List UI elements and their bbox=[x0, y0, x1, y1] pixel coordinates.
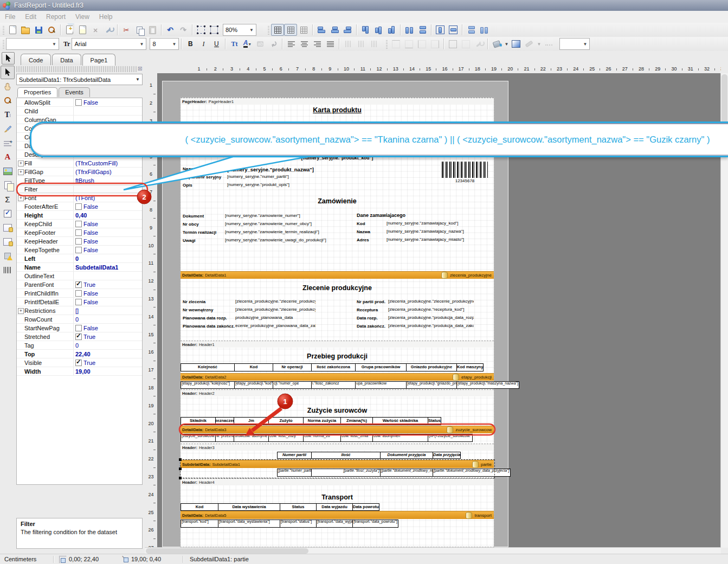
italic-button[interactable]: I bbox=[197, 38, 210, 50]
data-cell[interactable]: [partie."numer_partii"] bbox=[277, 469, 312, 477]
new-report-button[interactable] bbox=[6, 24, 19, 36]
space-horizontally-button[interactable] bbox=[403, 24, 416, 36]
data-cell[interactable]: [etapy_produkcji."kolejnosc"] bbox=[181, 381, 235, 389]
property-row[interactable]: PrintIfDetailE False bbox=[17, 298, 142, 306]
zoom-combo[interactable]: 80%▼ bbox=[223, 24, 256, 36]
data-cell[interactable]: [partie."dokument_zrodlowy_numer"] bbox=[380, 469, 433, 477]
font-combo[interactable]: Arial▼ bbox=[72, 38, 146, 50]
production-order-title[interactable]: Zlecenie produkcyjne bbox=[181, 284, 494, 292]
column-header[interactable]: Nr operacji bbox=[273, 363, 312, 371]
font-settings-button[interactable]: Tt bbox=[228, 38, 241, 50]
column-header[interactable]: Status bbox=[428, 417, 441, 425]
order-rows[interactable]: Dokument [numery_seryjne."zamowienie_num… bbox=[183, 214, 340, 246]
checkbox-object-tool[interactable] bbox=[1, 207, 14, 220]
page-settings-button[interactable] bbox=[76, 24, 89, 36]
property-checkbox[interactable] bbox=[75, 203, 82, 210]
column-header[interactable]: Kod maszyny bbox=[456, 363, 484, 371]
property-row[interactable]: Left 0 bbox=[17, 254, 142, 263]
save-report-button[interactable] bbox=[32, 24, 45, 36]
barcode-object-tool[interactable] bbox=[1, 263, 14, 277]
data-cell[interactable]: [transport."kod"] bbox=[181, 520, 218, 528]
data-cell[interactable]: [zuzycie_surowcow."asortyment_nazwa"] bbox=[181, 434, 216, 442]
band-detaildata5[interactable]: DetailData: DetailData5 transport bbox=[181, 511, 494, 519]
property-row[interactable]: Font (TFont) bbox=[17, 194, 142, 202]
field-row[interactable]: Nr partii prod. [zlecenia_produkcyjne."z… bbox=[357, 299, 495, 307]
field-row[interactable]: Dokument [numery_seryjne."zamowienie_num… bbox=[183, 214, 340, 222]
menu-item[interactable]: File bbox=[0, 13, 20, 21]
text-tool[interactable]: Tǀ bbox=[1, 108, 14, 121]
open-report-button[interactable] bbox=[19, 24, 32, 36]
property-checkbox[interactable] bbox=[75, 99, 82, 106]
align-lefts-button[interactable] bbox=[315, 24, 328, 36]
column-header[interactable]: Kolejność bbox=[181, 363, 235, 371]
data-cell[interactable]: cow."asortymen bbox=[372, 434, 428, 442]
data-cell[interactable]: cow."ilosc_zmia bbox=[340, 434, 373, 442]
toolbar-grip[interactable] bbox=[386, 39, 388, 49]
frame-all-button[interactable] bbox=[446, 38, 459, 50]
property-row[interactable]: Visible True bbox=[17, 358, 142, 367]
field-row[interactable]: Receptura [zlecenia_produkcyjne."receptu… bbox=[357, 307, 495, 316]
order-section-title[interactable]: Zamówienie bbox=[181, 197, 494, 205]
property-row[interactable]: KeepFooter False bbox=[17, 228, 142, 237]
property-row[interactable]: AllowSplit False bbox=[17, 98, 142, 107]
font-size-combo[interactable]: 8▼ bbox=[150, 38, 179, 50]
column-header[interactable]: Kod bbox=[234, 363, 273, 371]
text-align-center-button[interactable] bbox=[298, 38, 311, 50]
text-object-tool[interactable]: A bbox=[1, 150, 14, 164]
field-row[interactable]: Opis [numery_seryjne."produkt_opis"] bbox=[183, 183, 410, 191]
transport-data-row[interactable]: [transport."kod"][transport."data_wystaw… bbox=[181, 520, 398, 528]
property-row[interactable]: FooterAfterE False bbox=[17, 202, 142, 211]
material-usage-data-row[interactable]: [zuzycie_surowcow."asortyment_nazwa"]w."… bbox=[181, 434, 473, 442]
property-row[interactable]: Width 19,00 bbox=[17, 367, 142, 376]
report-title[interactable]: Karta produktu bbox=[181, 106, 494, 114]
frame-settings-button[interactable] bbox=[472, 38, 485, 50]
column-header[interactable]: Data wyjazdu bbox=[316, 503, 353, 511]
column-header[interactable]: Ilość zakończona bbox=[311, 363, 356, 371]
frame-line-style-button[interactable] bbox=[542, 38, 555, 50]
data-cell[interactable]: upa_pracownikow bbox=[355, 381, 407, 389]
property-row[interactable]: ParentFont True bbox=[17, 280, 142, 289]
align-to-grid-button[interactable] bbox=[284, 24, 297, 36]
production-order-left-rows[interactable]: Nr zlecenia [zlecenia_produkcyjne."zlece… bbox=[183, 299, 340, 332]
production-flow-title[interactable]: Przebieg produkcji bbox=[181, 352, 494, 360]
field-row[interactable]: Nr zlecenia [zlecenia_produkcyjne."zlece… bbox=[183, 299, 340, 307]
customer-block-title[interactable]: Dane zamawiajacego bbox=[357, 213, 405, 218]
frame-line-color-button[interactable] bbox=[523, 38, 536, 50]
frame-left-button[interactable] bbox=[415, 38, 428, 50]
vertical-align-middle-button[interactable] bbox=[355, 38, 368, 50]
font-color-button[interactable]: A▼ bbox=[241, 38, 254, 50]
data-cell[interactable]: w."przeznaczenie" bbox=[215, 434, 234, 442]
production-order-right-rows[interactable]: Nr partii prod. [zlecenia_produkcyjne."z… bbox=[357, 299, 495, 332]
format-painter-tool[interactable] bbox=[1, 122, 14, 136]
field-row[interactable]: Kod [numery_seryjne."zamawiajacy_kod"] bbox=[357, 221, 495, 229]
db-grid-object-tool[interactable] bbox=[1, 235, 14, 248]
property-checkbox[interactable] bbox=[75, 238, 82, 245]
field-row[interactable]: Uwagi [numery_seryjne."zamowienie_uwagi_… bbox=[183, 238, 340, 246]
vertical-align-bottom-button[interactable] bbox=[368, 38, 381, 50]
property-row[interactable]: Height 0,40 bbox=[17, 211, 142, 220]
column-header[interactable]: Składnik bbox=[181, 417, 216, 425]
column-header[interactable]: Przeznaczenie bbox=[215, 417, 234, 425]
column-header[interactable]: Dokument przyjęcia bbox=[380, 452, 433, 459]
field-row[interactable]: Adres [numery_seryjne."zamawiajacy_miast… bbox=[357, 238, 495, 246]
field-row[interactable]: Planowana data zakończ. ecenie_produkcyj… bbox=[183, 324, 340, 332]
column-header[interactable]: Numer partii bbox=[277, 452, 312, 459]
column-header[interactable]: Zużyto bbox=[268, 417, 304, 425]
report-settings-button[interactable] bbox=[102, 24, 115, 36]
paste-button[interactable] bbox=[146, 24, 159, 36]
band-detaildata3[interactable]: DetailData: DetailData3 zuzycie_surowcow bbox=[181, 426, 494, 433]
subreport-object-tool[interactable] bbox=[1, 178, 14, 192]
cut-button[interactable] bbox=[120, 24, 133, 36]
data-cell[interactable]: i."ilosc_zakoncz bbox=[311, 381, 356, 389]
new-page-button[interactable] bbox=[63, 24, 76, 36]
property-checkbox[interactable] bbox=[75, 360, 82, 366]
fit-to-grid-button[interactable] bbox=[297, 24, 310, 36]
data-cell[interactable]: [etapy_produkcji."maszyna_nazwa"] bbox=[456, 381, 519, 389]
space-vertically-button[interactable] bbox=[416, 24, 429, 36]
expand-icon[interactable] bbox=[18, 169, 24, 175]
redo-button[interactable] bbox=[177, 24, 190, 36]
menu-item[interactable]: View bbox=[70, 13, 94, 21]
column-header[interactable]: Data powrotu bbox=[352, 503, 379, 511]
fill-gradient-button[interactable] bbox=[510, 38, 523, 50]
align-bottoms-button[interactable] bbox=[385, 24, 398, 36]
